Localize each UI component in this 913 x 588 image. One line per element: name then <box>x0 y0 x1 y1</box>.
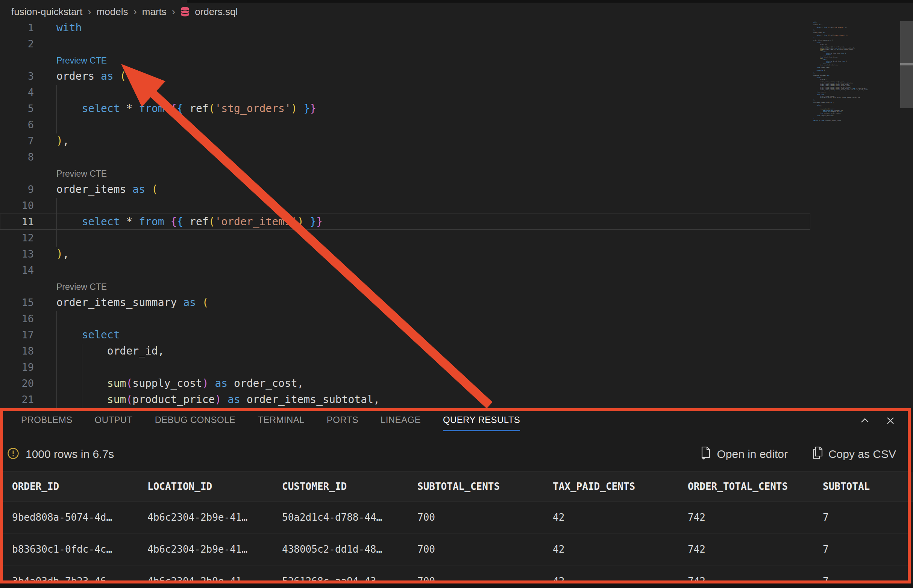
code-lens-row[interactable]: Preview CTE <box>0 165 810 181</box>
code-editor[interactable]: 1with2Preview CTE3orders as (45 select *… <box>0 19 810 408</box>
code-line[interactable]: 3orders as ( <box>0 68 810 84</box>
tab-query-results[interactable]: QUERY RESULTS <box>443 414 520 431</box>
code-line[interactable]: 2 <box>0 36 810 52</box>
chevron-right-icon: › <box>87 6 91 17</box>
code-token: orders <box>57 70 101 82</box>
tab-output[interactable]: OUTPUT <box>95 414 133 431</box>
editor-scrollbar[interactable] <box>900 19 913 408</box>
code-token: from <box>139 102 164 115</box>
code-content[interactable]: ), <box>57 246 69 262</box>
preview-cte-link[interactable]: Preview CTE <box>57 165 107 181</box>
code-line[interactable]: 12 <box>0 230 810 246</box>
breadcrumb-item-project[interactable]: fusion-quickstart <box>11 6 82 18</box>
code-line[interactable]: 9order_items as ( <box>0 181 810 197</box>
tab-strip-edge <box>187 0 913 3</box>
code-token <box>297 102 304 115</box>
copy-icon <box>812 446 823 462</box>
code-line[interactable]: 17 select <box>0 327 810 343</box>
copy-as-csv-button[interactable]: Copy as CSV <box>812 446 896 462</box>
code-content[interactable]: orders as ( <box>57 68 126 84</box>
column-header[interactable]: LOCATION_ID <box>147 481 282 492</box>
code-line[interactable]: 11 select * from {{ ref('order_items') }… <box>0 213 810 230</box>
code-content[interactable]: select <box>57 327 120 343</box>
code-content[interactable]: ), <box>57 133 69 149</box>
code-token: ref <box>183 102 208 115</box>
code-token: ref <box>183 215 208 228</box>
code-token: product_price <box>133 393 215 405</box>
tab-debug-console[interactable]: DEBUG CONSOLE <box>155 414 236 431</box>
code-line[interactable]: 19 <box>0 359 810 375</box>
tab-lineage[interactable]: LINEAGE <box>381 414 421 431</box>
code-token: ( <box>209 102 215 115</box>
code-content[interactable]: with <box>57 19 82 36</box>
code-token: * <box>120 215 139 228</box>
open-in-editor-button[interactable]: Open in editor <box>700 446 787 462</box>
chevron-right-icon: › <box>133 6 136 17</box>
code-token: ) <box>57 248 63 260</box>
tab-problems[interactable]: PROBLEMS <box>21 414 73 431</box>
code-token: { <box>177 215 183 228</box>
code-line[interactable]: 10 <box>0 197 810 213</box>
line-number: 8 <box>0 149 34 165</box>
cell: 742 <box>688 544 823 555</box>
code-line[interactable]: 5 select * from {{ ref('stg_orders') }} <box>0 100 810 116</box>
code-token <box>145 183 152 195</box>
code-line[interactable]: 13), <box>0 246 810 262</box>
code-content[interactable]: select * from {{ ref('stg_orders') }} <box>57 100 316 116</box>
column-header[interactable]: TAX_PAID_CENTS <box>553 481 688 492</box>
code-line[interactable]: 18 order_id, <box>0 343 810 359</box>
code-line[interactable]: 14 <box>0 262 810 278</box>
line-number: 3 <box>0 68 34 84</box>
code-token: order_cost, <box>228 377 304 389</box>
preview-cte-link[interactable]: Preview CTE <box>57 278 107 294</box>
code-line[interactable]: 7), <box>0 133 810 149</box>
minimap[interactable]: with orders as ( select * from {{ ref('s… <box>811 19 900 408</box>
code-lens-row[interactable]: Preview CTE <box>0 278 810 294</box>
breadcrumb-item-marts[interactable]: marts <box>142 6 166 18</box>
column-header[interactable]: SUBTOTAL <box>823 481 913 492</box>
code-line[interactable]: 8 <box>0 149 810 165</box>
code-line[interactable]: 16 <box>0 310 810 327</box>
code-content[interactable]: order_items as ( <box>57 181 158 197</box>
code-content[interactable]: sum(supply_cost) as order_cost, <box>57 375 304 391</box>
code-token: 'order_items' <box>215 215 297 228</box>
code-line[interactable]: 1with <box>0 19 810 36</box>
line-number: 4 <box>0 84 34 100</box>
column-header[interactable]: SUBTOTAL_CENTS <box>417 481 553 492</box>
line-number <box>0 165 34 181</box>
code-token <box>57 102 82 115</box>
code-line[interactable]: 21 sum(product_price) as order_items_sub… <box>0 391 810 407</box>
window-edge <box>0 583 913 588</box>
breadcrumb: fusion-quickstart › models › marts › ord… <box>11 3 238 20</box>
line-number: 9 <box>0 181 34 197</box>
code-token: { <box>177 102 183 115</box>
column-header[interactable]: ORDER_TOTAL_CENTS <box>688 481 823 492</box>
code-line[interactable]: 6 <box>0 116 810 133</box>
code-lines[interactable]: 1with2Preview CTE3orders as (45 select *… <box>0 19 810 407</box>
code-token: as <box>215 377 228 389</box>
chevron-up-icon[interactable] <box>859 415 871 428</box>
code-token: ( <box>202 296 209 309</box>
column-header[interactable]: CUSTOMER_ID <box>282 481 417 492</box>
code-content[interactable]: sum(product_price) as order_items_subtot… <box>57 391 380 407</box>
code-content[interactable]: order_id, <box>57 343 164 359</box>
tab-ports[interactable]: PORTS <box>327 414 358 431</box>
code-token <box>164 215 171 228</box>
code-line[interactable]: 15order_items_summary as ( <box>0 294 810 310</box>
row-count-status: 1000 rows in 6.7s <box>26 448 114 460</box>
code-token: as <box>183 296 196 309</box>
cell: 7 <box>823 544 910 555</box>
breadcrumb-item-models[interactable]: models <box>97 6 128 18</box>
breadcrumb-item-file[interactable]: orders.sql <box>195 6 238 18</box>
code-content[interactable]: order_items_summary as ( <box>57 294 209 310</box>
tab-terminal[interactable]: TERMINAL <box>258 414 305 431</box>
preview-cte-link[interactable]: Preview CTE <box>57 52 107 68</box>
code-lens-row[interactable]: Preview CTE <box>0 52 810 68</box>
close-icon[interactable] <box>885 415 896 428</box>
code-line[interactable]: 4 <box>0 84 810 100</box>
code-token: ) <box>297 215 304 228</box>
code-content[interactable]: select * from {{ ref('order_items') }} <box>57 213 323 230</box>
code-line[interactable]: 20 sum(supply_cost) as order_cost, <box>0 375 810 391</box>
column-header[interactable]: ORDER_ID <box>12 481 147 492</box>
line-number: 11 <box>0 213 34 230</box>
